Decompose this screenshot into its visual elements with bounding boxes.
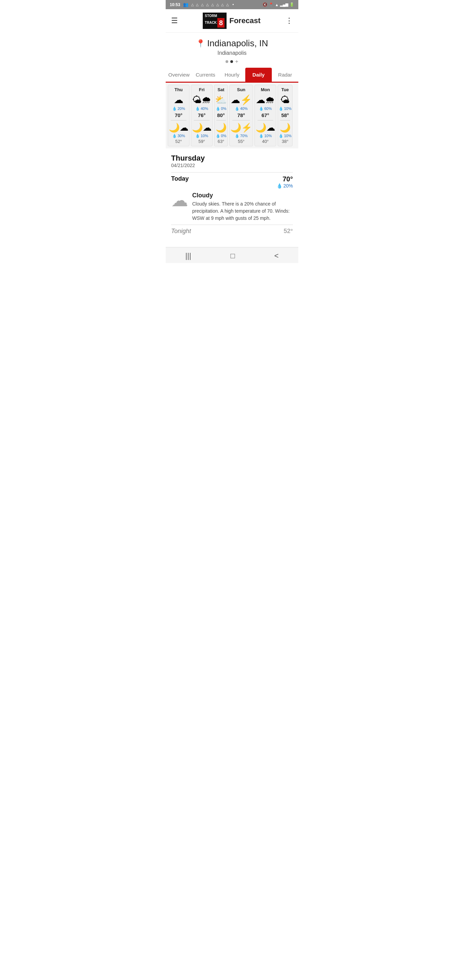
night-low-tue: 38° (282, 139, 288, 144)
detail-day-title: Thursday (171, 154, 293, 163)
day-precip-sun: 💧40% (235, 107, 248, 111)
back-button[interactable]: < (274, 251, 279, 260)
status-time: 10:53 (170, 2, 180, 7)
day-icon-mon: ☁🌧 (256, 94, 275, 106)
day-high-sat: 80° (217, 112, 225, 118)
logo-storm: STORM (205, 14, 224, 18)
night-precip-thu: 💧30% (172, 134, 185, 138)
divider-sun (232, 120, 250, 121)
today-period-label: Today (171, 175, 189, 182)
tonight-period-label: Tonight (171, 228, 191, 235)
day-label-tue: Tue (281, 87, 289, 92)
day-high-fri: 76° (198, 112, 206, 118)
divider-sat (216, 120, 226, 121)
day-high-sun: 78° (237, 112, 245, 118)
day-precip-sat: 💧0% (216, 107, 227, 111)
recent-apps-button[interactable]: ||| (185, 251, 191, 260)
location-dots: + (169, 59, 295, 64)
day-col-sun[interactable]: Sun ☁⚡ 💧40% 78° 🌙⚡ 💧70% 55° (229, 85, 253, 146)
tab-hourly[interactable]: Hourly (219, 68, 245, 82)
day-precip-fri: 💧40% (195, 107, 208, 111)
night-low-fri: 59° (198, 139, 205, 144)
status-bar: 10:53 👥 △ △ △ △ △ △ △ △ • 🔇 📍 ▲ ▂▄▆ 🔋 (166, 0, 298, 9)
today-text-block: Cloudy Cloudy skies. There is a 20% chan… (192, 192, 293, 222)
day-precip-mon: 💧60% (259, 107, 272, 111)
add-location-button[interactable]: + (235, 59, 238, 64)
logo-area: STORM TRACK 8 Forecast (203, 13, 261, 29)
day-high-mon: 67° (262, 112, 269, 118)
tab-overview[interactable]: Overview (166, 68, 192, 82)
logo-track: TRACK (205, 21, 217, 25)
night-icon-tue: 🌙 (280, 123, 291, 133)
signal-icon: ▂▄▆ (280, 2, 288, 7)
day-icon-sat: ⛅ (215, 94, 227, 106)
divider-mon (257, 120, 273, 121)
night-precip-mon: 💧10% (259, 134, 272, 138)
night-low-sat: 63° (218, 139, 224, 144)
divider-fri (194, 120, 210, 121)
dot-2[interactable] (230, 60, 233, 63)
day-precip-thu: 💧20% (172, 107, 185, 111)
logo-8: 8 (218, 18, 224, 27)
teams-icon: 👥 (183, 2, 189, 7)
precip-drop: 💧 (172, 107, 177, 111)
city-name: Indianapolis, IN (207, 38, 268, 49)
tonight-header-row: Tonight 52° (171, 228, 293, 235)
location-pin-icon: 📍 (196, 39, 205, 48)
day-col-sat[interactable]: Sat ⛅ 💧0% 80° 🌙 💧0% 63° (214, 85, 228, 146)
day-label-mon: Mon (261, 87, 270, 92)
day-col-fri[interactable]: Fri 🌤🌧 💧40% 76° 🌙☁ 💧10% 59° (191, 85, 213, 146)
day-high-tue: 58° (281, 112, 289, 118)
app-header: ☰ STORM TRACK 8 Forecast ⋮ (166, 9, 298, 33)
night-low-thu: 52° (175, 139, 182, 144)
header-title: Forecast (229, 16, 261, 25)
nav-bar: ||| □ < (166, 247, 298, 263)
today-description: Cloudy skies. There is a 20% chance of p… (192, 200, 293, 222)
storm-track-logo: STORM TRACK 8 (203, 13, 227, 29)
day-icon-sun: ☁⚡ (230, 94, 252, 106)
today-header-row: Today 70° 💧 20% (171, 175, 293, 189)
dot-separator: • (232, 2, 234, 7)
tab-currents[interactable]: Currents (192, 68, 219, 82)
day-high-thu: 70° (175, 112, 183, 118)
night-icon-sat: 🌙 (216, 123, 227, 133)
battery-icon: 🔋 (289, 2, 294, 7)
hamburger-menu[interactable]: ☰ (171, 16, 178, 25)
day-col-tue[interactable]: Tue 🌤 💧10% 58° 🌙 💧10% 38° (278, 85, 292, 146)
tab-daily[interactable]: Daily (245, 68, 272, 82)
today-content: ☁ Cloudy Cloudy skies. There is a 20% ch… (171, 192, 293, 222)
day-label-sat: Sat (218, 87, 224, 92)
precip-drop-today: 💧 (276, 183, 282, 189)
divider-thu (171, 120, 186, 121)
more-menu-button[interactable]: ⋮ (285, 16, 293, 25)
warning-icons: △ △ △ △ △ △ △ △ (191, 3, 230, 6)
day-col-mon[interactable]: Mon ☁🌧 💧60% 67° 🌙☁ 💧10% 40° (254, 85, 276, 146)
daily-grid: Thu ☁ 💧20% 70° 🌙☁ 💧30% 52° Fri 🌤🌧 💧40% 7… (166, 85, 298, 146)
night-icon-mon: 🌙☁ (256, 123, 275, 133)
night-icon-sun: 🌙⚡ (230, 123, 252, 133)
today-precip: 💧 20% (276, 183, 293, 189)
daily-scroll: Thu ☁ 💧20% 70° 🌙☁ 💧30% 52° Fri 🌤🌧 💧40% 7… (166, 83, 298, 148)
wifi-icon: ▲ (275, 3, 279, 7)
detail-section: Thursday 04/21/2022 Today 70° 💧 20% ☁ Cl… (166, 148, 298, 243)
location-section: 📍 Indianapolis, IN Indianapolis + (166, 33, 298, 68)
divider-tue (280, 120, 290, 121)
day-label-fri: Fri (199, 87, 205, 92)
day-col-thu[interactable]: Thu ☁ 💧20% 70° 🌙☁ 💧30% 52° (168, 85, 189, 146)
dot-1[interactable] (226, 60, 228, 63)
today-condition: Cloudy (192, 192, 293, 199)
today-high: 70° (276, 175, 293, 183)
day-icon-thu: ☁ (174, 94, 183, 106)
night-icon-thu: 🌙☁ (169, 123, 189, 133)
night-precip-fri: 💧10% (195, 134, 208, 138)
mute-icon: 🔇 (262, 2, 267, 7)
tab-bar: Overview Currents Hourly Daily Radar (166, 68, 298, 83)
home-button[interactable]: □ (230, 251, 235, 260)
detail-divider-bottom (171, 224, 293, 225)
detail-date: 04/21/2022 (171, 163, 293, 168)
tab-radar[interactable]: Radar (272, 68, 298, 82)
night-precip-sun: 💧70% (235, 134, 248, 138)
location-name: 📍 Indianapolis, IN (169, 38, 295, 49)
day-icon-fri: 🌤🌧 (192, 94, 211, 106)
status-icons: 🔇 📍 ▲ ▂▄▆ 🔋 (262, 2, 294, 7)
